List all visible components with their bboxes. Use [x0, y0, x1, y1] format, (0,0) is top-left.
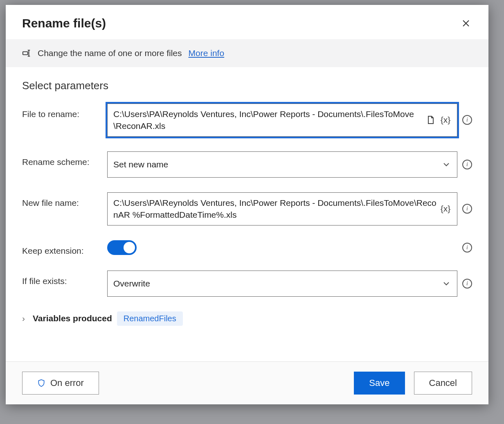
rename-icon — [22, 49, 31, 58]
on-error-button[interactable]: On error — [22, 372, 99, 395]
file-picker-icon[interactable] — [425, 115, 436, 125]
variables-produced-label: Variables produced — [33, 313, 112, 323]
info-icon[interactable]: i — [462, 115, 472, 125]
chevron-down-icon — [441, 279, 451, 289]
variable-chip[interactable]: RenamedFiles — [117, 311, 183, 326]
close-button[interactable] — [460, 17, 472, 29]
svg-rect-0 — [23, 52, 28, 54]
more-info-link[interactable]: More info — [189, 48, 225, 58]
info-icon[interactable]: i — [462, 279, 472, 289]
section-title: Select parameters — [22, 79, 472, 92]
row-rename-scheme: Rename scheme: Set new name i — [22, 151, 472, 178]
save-label: Save — [369, 378, 389, 388]
dialog-body: Select parameters File to rename: C:\Use… — [6, 67, 488, 361]
chevron-right-icon: › — [22, 313, 28, 323]
toggle-knob — [124, 242, 135, 253]
info-icon[interactable]: i — [462, 160, 472, 169]
variable-picker-icon[interactable]: {x} — [440, 115, 451, 125]
label-keep-extension: Keep extension: — [22, 240, 100, 256]
value-new-file-name: C:\Users\PA\Reynolds Ventures, Inc\Power… — [113, 197, 436, 221]
dialog-header: Rename file(s) — [6, 5, 488, 39]
variables-produced-row[interactable]: › Variables produced RenamedFiles — [22, 311, 472, 326]
label-if-file-exists: If file exists: — [22, 271, 100, 286]
value-file-to-rename: C:\Users\PA\Reynolds Ventures, Inc\Power… — [113, 108, 422, 132]
input-file-to-rename[interactable]: C:\Users\PA\Reynolds Ventures, Inc\Power… — [107, 104, 457, 137]
select-if-file-exists[interactable]: Overwrite — [107, 271, 457, 297]
row-new-file-name: New file name: C:\Users\PA\Reynolds Vent… — [22, 192, 472, 226]
dialog-footer: On error Save Cancel — [6, 361, 488, 404]
row-keep-extension: Keep extension: i — [22, 240, 472, 256]
rename-files-dialog: Rename file(s) Change the name of one or… — [6, 5, 488, 404]
save-button[interactable]: Save — [354, 372, 405, 395]
label-rename-scheme: Rename scheme: — [22, 151, 100, 167]
info-text: Change the name of one or more files — [38, 48, 182, 58]
variable-picker-icon[interactable]: {x} — [440, 204, 451, 214]
dialog-title: Rename file(s) — [22, 16, 106, 30]
info-bar: Change the name of one or more files Mor… — [6, 39, 488, 67]
label-file-to-rename: File to rename: — [22, 104, 100, 119]
on-error-label: On error — [50, 378, 84, 388]
select-rename-scheme[interactable]: Set new name — [107, 151, 457, 178]
cancel-button[interactable]: Cancel — [414, 372, 472, 395]
info-icon[interactable]: i — [462, 204, 472, 214]
value-rename-scheme: Set new name — [113, 158, 438, 170]
input-new-file-name[interactable]: C:\Users\PA\Reynolds Ventures, Inc\Power… — [107, 192, 457, 226]
label-new-file-name: New file name: — [22, 192, 100, 208]
chevron-down-icon — [441, 160, 451, 169]
shield-icon — [37, 379, 45, 388]
value-if-file-exists: Overwrite — [113, 277, 438, 289]
toggle-keep-extension[interactable] — [107, 240, 137, 255]
cancel-label: Cancel — [429, 378, 457, 388]
row-file-to-rename: File to rename: C:\Users\PA\Reynolds Ven… — [22, 104, 472, 137]
close-icon — [462, 19, 470, 27]
info-icon[interactable]: i — [462, 243, 472, 253]
row-if-file-exists: If file exists: Overwrite i — [22, 271, 472, 297]
